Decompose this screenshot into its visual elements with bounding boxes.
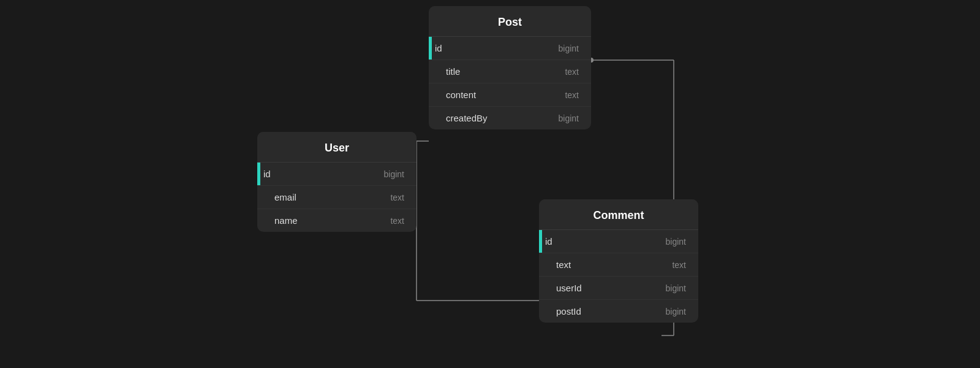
field-type: text [672, 260, 686, 270]
field-type: text [390, 193, 404, 202]
field-type: bigint [666, 307, 686, 316]
table-row: id bigint [257, 163, 417, 186]
field-name: id [435, 43, 442, 53]
post-table: Post id bigint title text content text c… [429, 6, 591, 129]
field-type: bigint [666, 283, 686, 293]
field-name: createdBy [446, 113, 488, 123]
comment-table-body: id bigint text text userId bigint postId… [539, 230, 698, 323]
user-table-body: id bigint email text name text [257, 163, 417, 232]
table-row: id bigint [539, 230, 698, 253]
user-table: User id bigint email text name text [257, 132, 417, 232]
field-name: content [446, 90, 476, 100]
comment-table-title: Comment [593, 209, 644, 221]
field-name: text [556, 259, 571, 270]
table-row: content text [429, 83, 591, 107]
field-type: text [390, 216, 404, 226]
comment-table: Comment id bigint text text userId bigin… [539, 199, 698, 323]
table-row: createdBy bigint [429, 107, 591, 129]
diagram-container: Post id bigint title text content text c… [0, 0, 980, 368]
user-table-title: User [325, 142, 349, 154]
field-type: bigint [384, 169, 404, 179]
field-name: name [274, 215, 298, 226]
field-type: bigint [559, 113, 579, 123]
table-row: name text [257, 209, 417, 232]
post-table-header: Post [429, 6, 591, 37]
comment-table-header: Comment [539, 199, 698, 230]
table-row: text text [539, 253, 698, 277]
field-name: id [545, 236, 552, 247]
table-row: postId bigint [539, 300, 698, 323]
field-type: bigint [666, 237, 686, 247]
post-table-title: Post [498, 16, 522, 28]
field-name: id [263, 169, 271, 179]
user-table-header: User [257, 132, 417, 163]
table-row: id bigint [429, 37, 591, 60]
table-row: email text [257, 186, 417, 209]
field-name: title [446, 66, 460, 77]
post-table-body: id bigint title text content text create… [429, 37, 591, 129]
field-name: userId [556, 283, 582, 293]
field-type: bigint [559, 44, 579, 53]
field-name: email [274, 192, 296, 202]
table-row: userId bigint [539, 277, 698, 300]
field-type: text [565, 90, 579, 100]
field-name: postId [556, 306, 581, 316]
field-type: text [565, 67, 579, 77]
table-row: title text [429, 60, 591, 83]
